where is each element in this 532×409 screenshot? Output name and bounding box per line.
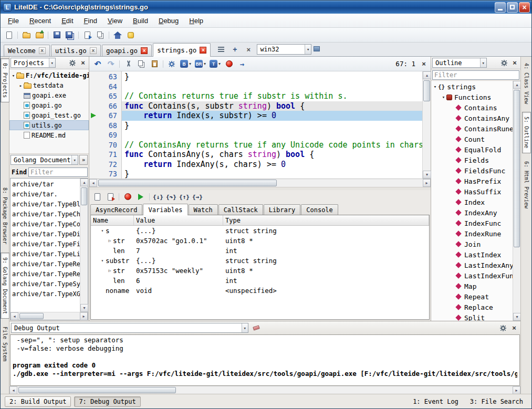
doc-browser-combo[interactable]: Golang Document ▾ [11, 155, 78, 165]
side-tab-4-class-view[interactable]: 4: Class View [522, 58, 531, 109]
expand-arrow[interactable]: ▾ [99, 228, 106, 233]
tab-close-icon[interactable]: × [141, 47, 148, 54]
project-item-utils-go[interactable]: utils.go [9, 120, 89, 130]
debug-tab-watch[interactable]: Watch [189, 204, 218, 215]
scroll-right-icon[interactable]: ▸ [80, 312, 88, 320]
outline-item-repeat[interactable]: Repeat [431, 291, 513, 302]
outline-vscrollbar[interactable]: ▴ ▾ [513, 81, 520, 321]
outline-item-equalfold[interactable]: EqualFold [431, 144, 513, 155]
outline-item-indexfunc[interactable]: IndexFunc [431, 218, 513, 228]
outline-item-contains[interactable]: Contains [431, 102, 513, 113]
doc-list-item[interactable]: archive/tar.TypeFifo [11, 239, 80, 249]
variable-row[interactable]: ▷str0x57153c "weekly"uint8 * [91, 266, 429, 276]
open-file-button[interactable] [20, 29, 33, 41]
doc-browser-more-button[interactable]: » [79, 155, 88, 165]
outline-item-lastindex[interactable]: LastIndex [431, 249, 513, 260]
project-item-f-vfc-liteide-git[interactable]: ▾F:/vfc/liteide-git [9, 70, 89, 80]
side-tab-6-html-preview[interactable]: 6: Html Preview [522, 156, 531, 213]
tab-welcome[interactable]: Welcome× [4, 45, 50, 56]
expand-arrow[interactable]: ▸ [18, 83, 24, 88]
status-3-file-search[interactable]: 3: File Search [466, 396, 527, 407]
scroll-up-icon[interactable]: ▴ [423, 71, 431, 79]
tab-close-icon[interactable]: × [90, 47, 97, 54]
debug-tab-asyncrecord[interactable]: AsyncRecord [90, 204, 142, 215]
variable-row[interactable]: ▾substr{...}struct string [91, 256, 429, 266]
projects-menu-button[interactable] [68, 58, 77, 68]
undo-button[interactable] [91, 58, 104, 70]
debug-tab-variables[interactable]: Variables [143, 204, 187, 215]
outline-item-lastindexany[interactable]: LastIndexAny [431, 260, 513, 270]
code-line[interactable]: // ContainsAny returns true if any Unico… [122, 140, 422, 150]
new-file-button[interactable] [3, 29, 15, 41]
scroll-up-icon[interactable]: ▴ [513, 81, 521, 89]
variable-row[interactable]: ▾s{...}struct string [91, 226, 429, 236]
scroll-down-icon[interactable]: ▾ [513, 313, 521, 321]
debug-output-close-button[interactable]: × [509, 323, 519, 333]
project-item-goapi-go[interactable]: goapi.go [9, 100, 89, 110]
tab-close-icon[interactable]: × [200, 47, 206, 54]
clear-output-button[interactable] [91, 191, 103, 203]
continue-debug-button[interactable] [134, 191, 147, 203]
debug-tab-library[interactable]: Library [264, 204, 301, 215]
debug-tab-console[interactable]: Console [301, 204, 338, 215]
expand-arrow[interactable]: ▾ [441, 95, 446, 100]
build-br-button[interactable]: BR▾ [193, 58, 207, 70]
step-out-button[interactable] [178, 191, 191, 203]
side-tab-5-outline[interactable]: 5: Outline [522, 112, 531, 153]
menu-find[interactable]: Find [79, 14, 102, 27]
outline-item-strings[interactable]: ▾{}strings [431, 81, 513, 92]
paste-button[interactable] [148, 58, 161, 70]
code-line[interactable]: return IndexAny(s, chars) >= 0 [122, 160, 422, 170]
scrollbar-thumb[interactable] [98, 180, 277, 186]
scroll-left-icon[interactable]: ◂ [89, 179, 97, 187]
code-line[interactable]: return Index(s, substr) >= 0 [122, 111, 422, 121]
scroll-right-icon[interactable]: ▸ [423, 179, 431, 187]
doc-list-item[interactable]: archive/tar.TypeBlock [11, 199, 80, 209]
menu-file[interactable]: File [3, 14, 24, 27]
side-tab-file-system[interactable]: File System [1, 322, 9, 366]
env-settings-button[interactable] [311, 43, 322, 55]
outline-menu-button[interactable] [499, 58, 509, 68]
code-line[interactable]: func ContainsAny(s, chars string) bool { [122, 150, 422, 160]
scrollbar-thumb[interactable] [18, 387, 176, 393]
copy-button[interactable] [135, 58, 148, 70]
outline-item-hassuffix[interactable]: HasSuffix [431, 186, 513, 197]
clear-log-button[interactable] [250, 323, 263, 333]
outline-item-functions[interactable]: ▾Functions [431, 92, 513, 102]
scroll-down-icon[interactable]: ▾ [80, 304, 88, 312]
save-all-button[interactable] [64, 29, 76, 41]
code-line[interactable]: func Contains(s, substr string) bool { [122, 101, 422, 111]
outline-item-indexrune[interactable]: IndexRune [431, 228, 513, 239]
debug-output-text[interactable]: -sep=", ": setup separators -v=false: ve… [10, 334, 520, 386]
outline-combo[interactable]: Outline ▾ [432, 58, 487, 68]
run-to-line-button[interactable] [191, 191, 204, 203]
tab-close-button[interactable] [242, 44, 255, 55]
outline-item-fieldsfunc[interactable]: FieldsFunc [431, 165, 513, 176]
doc-list-item[interactable]: archive/tar [11, 179, 80, 189]
code-line[interactable]: } [122, 169, 422, 179]
minimize-button[interactable] [495, 2, 506, 13]
code-line[interactable]: } [122, 121, 422, 131]
variable-row[interactable]: nonamevoid<unspecified> [91, 286, 429, 296]
status-1-event-log[interactable]: 1: Event Log [409, 396, 463, 407]
editor-close-button[interactable]: × [419, 59, 429, 69]
doc-list-vscrollbar[interactable]: ▴ ▾ [80, 179, 88, 312]
outline-item-lastindexfunc[interactable]: LastIndexFunc [431, 270, 513, 281]
editor-code[interactable]: }// Contains returns true if substr is w… [122, 71, 422, 179]
scroll-left-icon[interactable]: ◂ [9, 386, 17, 394]
outline-item-indexany[interactable]: IndexAny [431, 207, 513, 218]
env-combo[interactable]: win32 ▾ [257, 44, 311, 55]
close-button[interactable]: × [519, 2, 530, 13]
outline-item-join[interactable]: Join [431, 239, 513, 249]
code-line[interactable]: // Contains returns true if substr is wi… [122, 91, 422, 101]
outline-item-fields[interactable]: Fields [431, 155, 513, 165]
doc-list-item[interactable]: archive/tar.TypeRegA [11, 269, 80, 279]
expand-arrow[interactable]: ▾ [11, 73, 16, 78]
doc-list-item[interactable]: archive/tar.TypeSymlink [11, 279, 80, 289]
doc-list-item[interactable]: archive/tar.TypeCont [11, 219, 80, 229]
editor-hscrollbar[interactable]: ◂ ▸ [89, 179, 431, 187]
variable-row[interactable]: len6int [91, 276, 429, 286]
export-file-button[interactable] [81, 29, 93, 41]
status-2-build-output[interactable]: 2: Build Output [5, 396, 71, 407]
scroll-left-icon[interactable]: ◂ [11, 312, 18, 320]
